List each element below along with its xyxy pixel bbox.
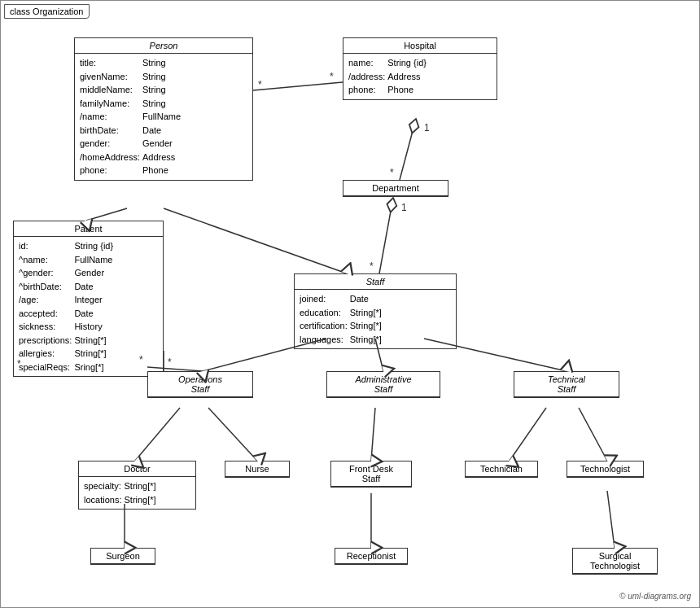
person-title: Person — [75, 38, 252, 54]
hospital-title: Hospital — [343, 38, 497, 54]
technician-box: Technician — [465, 461, 538, 478]
receptionist-title: Receptionist — [335, 549, 407, 564]
patient-body: id:String {id} ^name:FullName ^gender:Ge… — [14, 237, 163, 376]
technologist-title: Technologist — [567, 461, 643, 477]
hospital-body: name:String {id} /address:Address phone:… — [343, 54, 497, 99]
technologist-box: Technologist — [567, 461, 644, 478]
patient-box: Patient id:String {id} ^name:FullName ^g… — [13, 221, 164, 377]
nurse-box: Nurse — [225, 461, 290, 478]
svg-line-25 — [607, 491, 615, 548]
staff-body: joined:Date education:String[*] certific… — [295, 290, 456, 348]
svg-text:*: * — [258, 79, 262, 90]
svg-text:*: * — [390, 167, 394, 178]
staff-box: Staff joined:Date education:String[*] ce… — [294, 273, 457, 349]
nurse-title: Nurse — [225, 461, 289, 477]
person-body: title:String givenName:String middleName… — [75, 54, 252, 180]
doctor-box: Doctor specialty:String[*] locations:Str… — [78, 461, 196, 510]
surgical-technologist-title: SurgicalTechnologist — [573, 549, 657, 574]
svg-text:*: * — [370, 260, 374, 272]
technical-staff-box: TechnicalStaff — [514, 371, 619, 398]
doctor-title: Doctor — [79, 461, 195, 477]
svg-line-19 — [208, 408, 257, 461]
receptionist-box: Receptionist — [335, 548, 408, 565]
front-desk-staff-title: Front DeskStaff — [331, 461, 411, 487]
svg-text:*: * — [330, 71, 334, 82]
operations-staff-box: OperationsStaff — [147, 371, 253, 398]
department-box: Department — [343, 180, 448, 197]
technician-title: Technician — [466, 461, 537, 477]
administrative-staff-title: AdministrativeStaff — [327, 372, 440, 397]
svg-line-9 — [86, 208, 127, 221]
patient-title: Patient — [14, 221, 163, 237]
svg-line-21 — [510, 408, 546, 461]
svg-line-0 — [253, 82, 343, 90]
svg-text:1: 1 — [401, 202, 407, 213]
diagram-title: class Organization — [4, 4, 90, 19]
svg-line-3 — [400, 119, 416, 180]
svg-line-18 — [135, 408, 180, 461]
svg-text:1: 1 — [424, 122, 430, 133]
staff-title: Staff — [295, 274, 456, 290]
surgeon-box: Surgeon — [90, 548, 155, 565]
hospital-box: Hospital name:String {id} /address:Addre… — [343, 37, 497, 100]
administrative-staff-box: AdministrativeStaff — [326, 371, 440, 398]
department-title: Department — [343, 181, 448, 196]
svg-text:*: * — [168, 356, 172, 368]
svg-line-6 — [379, 198, 393, 273]
front-desk-staff-box: Front DeskStaff — [330, 461, 412, 488]
svg-line-22 — [579, 408, 607, 461]
surgical-technologist-box: SurgicalTechnologist — [572, 548, 658, 575]
person-box: Person title:String givenName:String mid… — [74, 37, 253, 181]
technical-staff-title: TechnicalStaff — [514, 372, 619, 397]
doctor-body: specialty:String[*] locations:String[*] — [79, 477, 195, 509]
surgeon-title: Surgeon — [91, 549, 155, 564]
svg-line-10 — [164, 208, 347, 273]
diagram-container: class Organization Person title:String g… — [0, 0, 700, 608]
operations-staff-title: OperationsStaff — [148, 372, 252, 397]
copyright: © uml-diagrams.org — [619, 592, 691, 601]
svg-line-20 — [371, 408, 375, 461]
